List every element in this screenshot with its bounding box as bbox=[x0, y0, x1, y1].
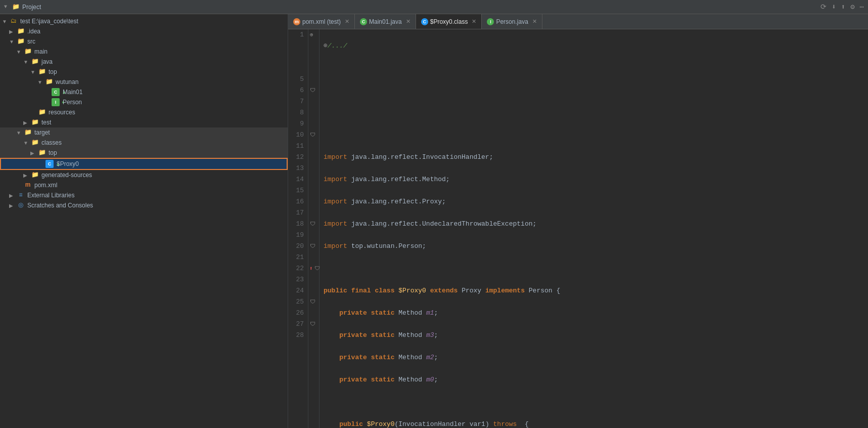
code-line-6: import java.lang.reflect.InvocationHandl… bbox=[324, 152, 864, 163]
arrow-main01 bbox=[44, 90, 52, 95]
tab-main01[interactable]: C Main01.java ✕ bbox=[355, 14, 416, 29]
code-line-blank2 bbox=[324, 85, 864, 96]
sidebar-item-resources[interactable]: 📁 resources bbox=[0, 107, 288, 117]
tab-pom-xml[interactable]: m pom.xml (test) ✕ bbox=[288, 14, 355, 29]
sidebar-tree: ▼ 🗂 test E:\java_code\test ▶ 📁 .idea ▼ 📁… bbox=[0, 14, 288, 428]
code-line-13: private static Method m1; bbox=[324, 308, 864, 319]
sidebar-item-test-dir[interactable]: ▶ 📁 test bbox=[0, 117, 288, 127]
toolbar-down-icon[interactable]: ⬇ bbox=[832, 3, 836, 11]
icon-main: 📁 bbox=[23, 48, 32, 56]
sidebar-item-top2[interactable]: ▶ 📁 top bbox=[0, 148, 288, 158]
code-line-8: import java.lang.reflect.Proxy; bbox=[324, 196, 864, 207]
icon-top: 📁 bbox=[37, 68, 47, 76]
icon-java: 📁 bbox=[30, 58, 39, 66]
icon-resources: 📁 bbox=[37, 108, 47, 116]
gutter-icon-line25: 🛡 bbox=[310, 296, 315, 308]
label-src: src bbox=[27, 38, 35, 45]
label-top2: top bbox=[49, 149, 57, 156]
sidebar-item-main[interactable]: ▼ 📁 main bbox=[0, 47, 288, 57]
tab-close-proxy0[interactable]: ✕ bbox=[472, 18, 476, 25]
tab-proxy0[interactable]: C $Proxy0.class ✕ bbox=[416, 14, 482, 29]
code-line-10: import top.wutunan.Person; bbox=[324, 241, 864, 252]
gutter-icon-line1: ⊕ bbox=[310, 29, 313, 40]
icon-top2: 📁 bbox=[37, 149, 47, 157]
code-line-7: import java.lang.reflect.Method; bbox=[324, 174, 864, 185]
tab-icon-pom-xml: m bbox=[293, 18, 300, 25]
label-scratches: Scratches and Consoles bbox=[27, 202, 93, 209]
label-target: target bbox=[34, 129, 50, 136]
sidebar-item-top[interactable]: ▼ 📁 top bbox=[0, 67, 288, 77]
tab-close-person[interactable]: ✕ bbox=[532, 18, 537, 25]
label-main01: Main01 bbox=[63, 89, 82, 96]
tab-icon-person: I bbox=[487, 18, 494, 25]
code-line-14: private static Method m3; bbox=[324, 330, 864, 341]
sidebar-item-person[interactable]: I ● Person bbox=[0, 97, 288, 107]
sidebar-item-main01[interactable]: C ▲ Main01 bbox=[0, 87, 288, 97]
code-line-blank1 bbox=[324, 63, 864, 74]
icon-src: 📁 bbox=[16, 37, 25, 46]
code-line-9: import java.lang.reflect.UndeclaredThrow… bbox=[324, 219, 864, 230]
main-layout: ▼ 🗂 test E:\java_code\test ▶ 📁 .idea ▼ 📁… bbox=[0, 14, 868, 428]
toolbar-more-icon[interactable]: ⋯ bbox=[860, 3, 864, 11]
tab-label-proxy0: $Proxy0.class bbox=[430, 18, 468, 25]
icon-proxy0: C ▲ bbox=[45, 160, 55, 168]
code-line-blank4 bbox=[324, 130, 864, 141]
label-ext-libs: External Libraries bbox=[27, 192, 74, 199]
sidebar-item-generated-sources[interactable]: ▶ 📁 generated-sources bbox=[0, 170, 288, 180]
sidebar-item-ext-libs[interactable]: ▶ ≡ External Libraries bbox=[0, 190, 288, 200]
code-line-18: public $Proxy0(InvocationHandler var1) t… bbox=[324, 419, 864, 428]
gutter-shield-line22: 🛡 bbox=[314, 263, 320, 274]
project-arrow[interactable]: ▼ bbox=[4, 4, 11, 10]
code-line-blank3 bbox=[324, 107, 864, 118]
tab-close-main01[interactable]: ✕ bbox=[406, 18, 410, 25]
icon-ext-libs: ≡ bbox=[16, 191, 25, 199]
tab-label-main01: Main01.java bbox=[369, 18, 402, 25]
sidebar-item-project-root[interactable]: ▼ 🗂 test E:\java_code\test bbox=[0, 16, 288, 26]
label-idea: .idea bbox=[27, 28, 40, 35]
top-bar: ▼ 📁 Project ⟳ ⬇ ⬆ ⚙ ⋯ bbox=[0, 0, 868, 14]
toolbar-up-icon[interactable]: ⬆ bbox=[841, 3, 845, 11]
arrow-idea: ▶ bbox=[9, 29, 16, 34]
tab-close-pom-xml[interactable]: ✕ bbox=[345, 18, 349, 25]
label-project-root: test E:\java_code\test bbox=[20, 18, 78, 25]
tab-person[interactable]: I Person.java ✕ bbox=[482, 14, 542, 29]
sidebar-item-java[interactable]: ▼ 📁 java bbox=[0, 57, 288, 67]
arrow-wutunan: ▼ bbox=[37, 79, 44, 85]
sidebar-item-scratches[interactable]: ▶ ◎ Scratches and Consoles bbox=[0, 200, 288, 210]
sidebar-item-classes[interactable]: ▼ 📁 classes bbox=[0, 138, 288, 148]
icon-idea: 📁 bbox=[16, 27, 25, 35]
label-wutunan: wutunan bbox=[56, 78, 78, 85]
code-line-11 bbox=[324, 263, 864, 274]
sidebar: ▼ 🗂 test E:\java_code\test ▶ 📁 .idea ▼ 📁… bbox=[0, 14, 288, 428]
project-title: Project bbox=[22, 4, 41, 11]
label-proxy0: $Proxy0 bbox=[57, 160, 79, 167]
code-content[interactable]: ⊕/.../ import java.lang.reflect.Invocati… bbox=[319, 29, 868, 428]
code-editor[interactable]: 1 5 6 7 8 9 10 11 12 13 14 15 16 17 18 1… bbox=[288, 29, 868, 428]
tab-label-pom-xml: pom.xml (test) bbox=[302, 18, 341, 25]
code-line-1: ⊕/.../ bbox=[324, 40, 864, 52]
arrow-top: ▼ bbox=[30, 69, 37, 75]
label-top: top bbox=[49, 68, 57, 75]
icon-scratches: ◎ bbox=[16, 201, 25, 209]
label-classes: classes bbox=[41, 139, 62, 146]
sidebar-item-pom-xml[interactable]: m pom.xml bbox=[0, 180, 288, 190]
line-numbers: 1 5 6 7 8 9 10 11 12 13 14 15 16 17 18 1… bbox=[288, 29, 308, 428]
sidebar-item-idea[interactable]: ▶ 📁 .idea bbox=[0, 26, 288, 36]
gutter-icon-line6: 🛡 bbox=[310, 85, 315, 96]
toolbar-gear-icon[interactable]: ⚙ bbox=[850, 3, 854, 11]
arrow-ext-libs: ▶ bbox=[9, 193, 16, 198]
arrow-generated-sources: ▶ bbox=[23, 173, 30, 178]
arrow-resources bbox=[30, 110, 37, 115]
icon-test-dir: 📁 bbox=[30, 118, 39, 126]
arrow-person bbox=[44, 100, 52, 105]
arrow-target: ▼ bbox=[16, 130, 23, 136]
sidebar-item-target[interactable]: ▼ 📁 target bbox=[0, 127, 288, 138]
sidebar-item-src[interactable]: ▼ 📁 src bbox=[0, 36, 288, 47]
toolbar-refresh-icon[interactable]: ⟳ bbox=[820, 3, 827, 11]
tab-icon-main01: C bbox=[360, 18, 367, 25]
sidebar-item-proxy0[interactable]: C ▲ $Proxy0 bbox=[0, 158, 288, 170]
sidebar-item-wutunan[interactable]: ▼ 📁 wutunan bbox=[0, 77, 288, 87]
gutter: ⊕ 🛡 🛡 🛡 🛡 ⬆ 🛡 🛡 🛡 bbox=[308, 29, 319, 428]
gutter-icon-line27: 🛡 bbox=[310, 319, 315, 330]
project-icon: 📁 bbox=[11, 3, 20, 11]
